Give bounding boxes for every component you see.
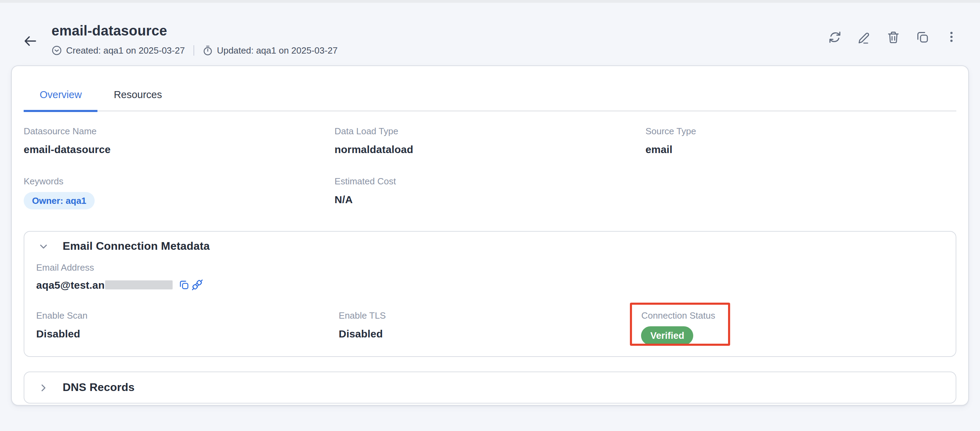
delete-icon[interactable] [885,29,900,45]
field-label: Keywords [24,176,334,187]
window-top-strip [0,0,980,3]
field-value: N/A [334,193,645,206]
field-source-type: Source Type email [646,126,956,156]
dns-section-title: DNS Records [63,381,135,394]
field-value: email [646,143,956,156]
created-text: Created: aqa1 on 2025-03-27 [66,45,185,56]
status-badge-verified: Verified [641,326,694,345]
clock-icon [51,45,62,56]
page: email-datasource Created: aqa1 on 2025-0… [0,0,980,431]
field-value: normaldataload [334,143,645,156]
field-label: Estimated Cost [334,176,645,187]
back-arrow-icon [23,35,37,47]
chevron-right-icon[interactable] [39,383,48,392]
field-email-address: Email Address aqa5@test.an [36,262,944,291]
field-estimated-cost: Estimated Cost N/A [334,176,645,209]
updated-meta: Updated: aqa1 on 2025-03-27 [202,45,337,56]
more-kebab-icon[interactable] [944,29,959,45]
chevron-down-icon[interactable] [39,242,48,251]
field-label: Enable TLS [339,310,641,321]
tab-overview[interactable]: Overview [24,81,98,111]
email-section-title: Email Connection Metadata [63,240,210,253]
field-label: Enable Scan [36,310,339,321]
stopwatch-icon [202,45,213,56]
field-connection-status: Connection Status Verified [641,310,944,345]
field-keywords: Keywords Owner: aqa1 [24,176,334,209]
back-button[interactable] [21,32,39,50]
field-value: Disabled [36,327,339,340]
meta-divider [193,45,194,56]
copy-icon[interactable] [915,29,930,45]
redacted-email-mask [105,280,173,289]
tab-bar: Overview Resources [24,81,956,111]
email-section-header[interactable]: Email Connection Metadata [36,240,944,253]
dns-records-section[interactable]: DNS Records [24,372,956,404]
field-value: Disabled [339,327,641,340]
email-action-icons [179,279,204,291]
overview-fields: Datasource Name email-datasource Data Lo… [24,126,956,209]
email-connection-metadata-section: Email Connection Metadata Email Address … [24,231,956,357]
created-meta: Created: aqa1 on 2025-03-27 [51,45,185,56]
meta-row: Created: aqa1 on 2025-03-27 Updated: aqa… [51,45,337,56]
field-label: Data Load Type [334,126,645,137]
edit-icon[interactable] [856,29,872,45]
email-value-row: aqa5@test.an [36,279,944,291]
field-datasource-name: Datasource Name email-datasource [24,126,334,156]
updated-text: Updated: aqa1 on 2025-03-27 [217,45,337,56]
copy-email-icon[interactable] [179,280,190,290]
datasource-detail-card: Overview Resources Datasource Name email… [11,65,969,406]
field-enable-tls: Enable TLS Disabled [339,310,641,345]
field-label: Datasource Name [24,126,334,137]
field-enable-scan: Enable Scan Disabled [36,310,339,345]
page-header: email-datasource Created: aqa1 on 2025-0… [0,3,980,56]
field-label: Connection Status [641,310,944,321]
field-data-load-type: Data Load Type normaldataload [334,126,645,156]
field-label: Email Address [36,262,944,274]
email-metadata-fields: Enable Scan Disabled Enable TLS Disabled… [36,310,944,345]
tab-resources[interactable]: Resources [98,81,178,111]
refresh-icon[interactable] [827,29,842,45]
header-text: email-datasource Created: aqa1 on 2025-0… [51,19,337,56]
field-value: email-datasource [24,143,334,156]
email-value: aqa5@test.an [36,279,105,291]
page-title: email-datasource [51,22,337,39]
keyword-tag[interactable]: Owner: aqa1 [24,192,95,209]
empty-cell [646,176,956,209]
header-actions [827,29,959,45]
field-label: Source Type [646,126,956,137]
test-connection-plug-icon[interactable] [192,279,204,291]
